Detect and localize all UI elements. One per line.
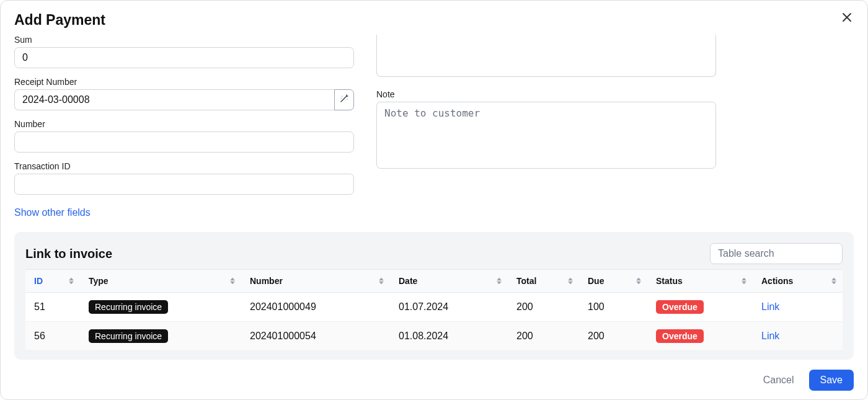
receipt-number-input[interactable] — [14, 89, 334, 110]
cell-type: Recurring invoice — [80, 322, 241, 351]
svg-marker-8 — [230, 278, 235, 281]
svg-marker-11 — [379, 282, 384, 285]
note-label: Note — [376, 89, 716, 99]
type-badge: Recurring invoice — [89, 300, 168, 314]
svg-marker-18 — [742, 278, 746, 281]
number-input[interactable] — [14, 131, 354, 153]
close-icon[interactable] — [840, 11, 854, 24]
magic-wand-icon — [339, 94, 349, 106]
show-other-fields-link[interactable]: Show other fields — [14, 207, 354, 218]
upper-textarea[interactable] — [376, 35, 716, 77]
svg-marker-10 — [379, 278, 384, 281]
modal-footer: Cancel Save — [14, 361, 854, 391]
sum-label: Sum — [14, 35, 354, 45]
note-textarea[interactable] — [376, 102, 716, 169]
transaction-id-input[interactable] — [14, 174, 354, 195]
cell-status: Overdue — [647, 293, 753, 322]
sort-icon[interactable] — [742, 278, 746, 285]
transaction-id-label: Transaction ID — [14, 161, 354, 171]
col-total[interactable]: Total — [508, 270, 579, 293]
cell-number: 202401000049 — [241, 293, 390, 322]
cell-type: Recurring invoice — [80, 293, 241, 322]
cell-total: 200 — [508, 322, 579, 351]
cell-due: 200 — [579, 322, 647, 351]
svg-marker-20 — [831, 278, 836, 281]
sort-icon[interactable] — [230, 278, 235, 285]
col-actions[interactable]: Actions — [753, 270, 843, 293]
svg-marker-16 — [636, 278, 641, 281]
svg-marker-12 — [497, 278, 502, 281]
svg-marker-19 — [742, 282, 746, 285]
table-row: 56 Recurring invoice 202401000054 01.08.… — [25, 322, 843, 351]
svg-marker-14 — [568, 278, 573, 281]
add-payment-modal: Add Payment Sum Receipt Number — [0, 0, 868, 400]
cell-date: 01.08.2024 — [390, 322, 508, 351]
save-button[interactable]: Save — [809, 370, 854, 391]
cell-due: 100 — [579, 293, 647, 322]
sort-icon[interactable] — [497, 278, 502, 285]
svg-marker-7 — [69, 282, 74, 285]
svg-marker-6 — [69, 278, 74, 281]
svg-marker-17 — [636, 282, 641, 285]
sort-icon[interactable] — [831, 278, 836, 285]
type-badge: Recurring invoice — [89, 329, 168, 343]
link-invoice-action[interactable]: Link — [761, 331, 779, 341]
generate-receipt-number-button[interactable] — [334, 89, 354, 110]
invoice-panel-title: Link to invoice — [25, 247, 112, 261]
cell-actions: Link — [753, 322, 843, 351]
sum-input[interactable] — [14, 47, 354, 68]
cell-number: 202401000054 — [241, 322, 390, 351]
svg-point-5 — [347, 99, 347, 99]
svg-marker-21 — [831, 282, 836, 285]
svg-point-3 — [342, 96, 342, 96]
cell-actions: Link — [753, 293, 843, 322]
col-status[interactable]: Status — [647, 270, 753, 293]
col-number[interactable]: Number — [241, 270, 390, 293]
invoice-table: ID Type Number — [25, 269, 843, 351]
sort-icon[interactable] — [568, 278, 573, 285]
status-badge: Overdue — [656, 329, 704, 343]
table-search-input[interactable] — [710, 243, 843, 264]
col-due[interactable]: Due — [579, 270, 647, 293]
receipt-number-label: Receipt Number — [14, 77, 354, 87]
sort-icon[interactable] — [379, 278, 384, 285]
cell-date: 01.07.2024 — [390, 293, 508, 322]
svg-marker-9 — [230, 282, 235, 285]
link-invoice-action[interactable]: Link — [761, 301, 779, 312]
sort-icon[interactable] — [69, 278, 74, 285]
cell-id: 51 — [25, 293, 80, 322]
table-row: 51 Recurring invoice 202401000049 01.07.… — [25, 293, 843, 322]
col-date[interactable]: Date — [390, 270, 508, 293]
link-to-invoice-panel: Link to invoice ID Type — [14, 232, 854, 360]
col-type[interactable]: Type — [80, 270, 241, 293]
sort-icon[interactable] — [636, 278, 641, 285]
cell-status: Overdue — [647, 322, 753, 351]
status-badge: Overdue — [656, 300, 704, 314]
svg-line-2 — [341, 96, 347, 102]
form-area: Sum Receipt Number — [14, 35, 854, 218]
svg-marker-15 — [568, 282, 573, 285]
modal-title: Add Payment — [14, 12, 854, 29]
col-id[interactable]: ID — [25, 270, 80, 293]
svg-point-4 — [340, 97, 341, 98]
svg-marker-13 — [497, 282, 502, 285]
number-label: Number — [14, 119, 354, 129]
cell-total: 200 — [508, 293, 579, 322]
cancel-button[interactable]: Cancel — [763, 375, 794, 386]
cell-id: 56 — [25, 322, 80, 351]
